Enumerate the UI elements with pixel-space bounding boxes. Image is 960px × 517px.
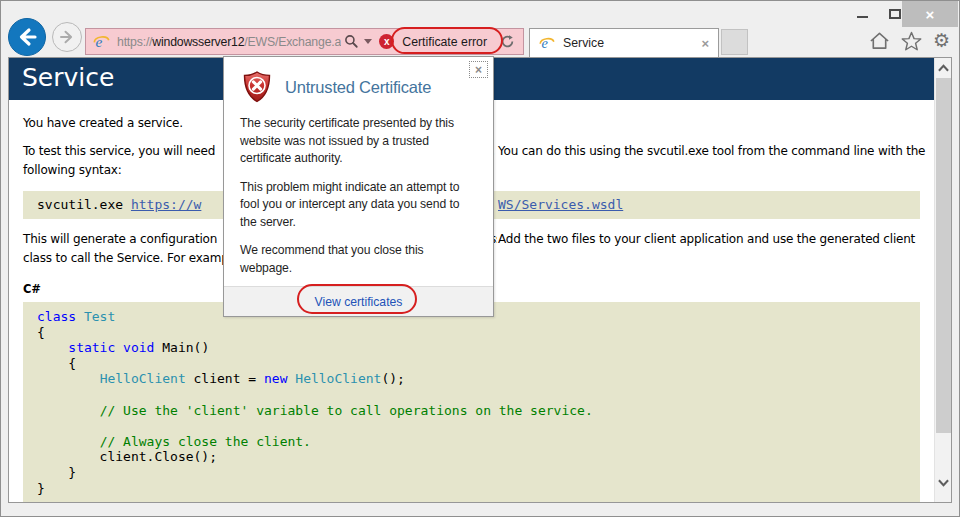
vertical-scrollbar[interactable] — [934, 58, 951, 502]
code-line — [37, 418, 906, 434]
code-line: } — [37, 465, 906, 481]
forward-button[interactable] — [52, 22, 82, 52]
tab-service[interactable]: e Service × — [529, 28, 719, 57]
window-close-button[interactable]: × — [902, 1, 958, 27]
tab-favicon: e — [539, 35, 555, 51]
home-button[interactable] — [869, 31, 890, 51]
scrollbar-thumb[interactable] — [936, 78, 951, 433]
title-bar: × — [1, 1, 959, 27]
dialog-paragraph-2: This problem might indicate an attempt t… — [240, 179, 477, 232]
code-block: class Test{ static void Main() { HelloCl… — [23, 302, 920, 502]
tab-close-button[interactable]: × — [701, 36, 709, 51]
search-icon[interactable] — [344, 34, 359, 49]
dialog-paragraph-3: We recommend that you close this webpage… — [240, 242, 477, 277]
code-line: } — [37, 481, 906, 497]
code-line: { — [37, 325, 906, 341]
untrusted-certificate-dialog: × Untrusted Certificate The security cer… — [223, 56, 494, 317]
window-close-icon: × — [926, 6, 935, 23]
code-line: // Use the 'client' variable to call ope… — [37, 403, 906, 419]
wsdl-link[interactable]: https://w — [131, 197, 201, 212]
browser-window: × e https://windowsserver12/EWS/Exchange… — [0, 0, 960, 517]
ie-favicon: e — [93, 33, 110, 50]
code-line: { — [37, 356, 906, 372]
svg-text:e: e — [541, 35, 548, 51]
dialog-paragraph-1: The security certificate presented by th… — [240, 115, 477, 168]
view-certificates-link[interactable]: View certificates — [315, 295, 403, 309]
scroll-down-button[interactable] — [936, 475, 951, 491]
dialog-close-button[interactable]: × — [469, 61, 488, 78]
url-text: https://windowsserver12/EWS/Exchange.asm… — [117, 35, 341, 49]
code-line: static void Main() — [37, 340, 906, 356]
code-line: // Always close the client. — [37, 434, 906, 450]
address-bar[interactable]: e https://windowsserver12/EWS/Exchange.a… — [85, 28, 524, 55]
dialog-close-icon: × — [475, 63, 482, 77]
forward-arrow-icon — [58, 28, 76, 46]
maximize-icon — [889, 9, 901, 19]
svg-text:e: e — [96, 33, 103, 50]
security-shield-icon — [240, 70, 274, 104]
dialog-title: Untrusted Certificate — [285, 78, 431, 97]
refresh-button[interactable] — [500, 34, 515, 49]
code-line: client.Close(); — [37, 449, 906, 465]
chevron-up-icon — [938, 64, 949, 72]
address-dropdown-icon[interactable] — [364, 39, 372, 44]
minimize-button[interactable] — [845, 1, 879, 27]
scroll-up-button[interactable] — [936, 60, 951, 76]
navigation-bar: e https://windowsserver12/EWS/Exchange.a… — [1, 27, 959, 57]
new-tab-button[interactable] — [721, 29, 748, 55]
code-line — [37, 387, 906, 403]
wsdl-link-end[interactable]: WS/Services.wsdl — [498, 197, 623, 212]
favorites-star-button[interactable] — [901, 31, 922, 51]
svcutil-command-prefix: svcutil.exe — [37, 197, 131, 212]
settings-gear-button[interactable]: ⚙ — [933, 30, 950, 51]
certificate-error-icon: x — [379, 34, 394, 49]
certificate-error-badge[interactable]: Certificate error — [400, 35, 497, 49]
back-button[interactable] — [8, 18, 46, 56]
code-line: HelloClient client = new HelloClient(); — [37, 371, 906, 387]
minimize-icon — [857, 16, 868, 18]
chevron-down-icon — [938, 479, 949, 487]
back-arrow-icon — [15, 25, 39, 49]
tab-title: Service — [563, 36, 604, 50]
